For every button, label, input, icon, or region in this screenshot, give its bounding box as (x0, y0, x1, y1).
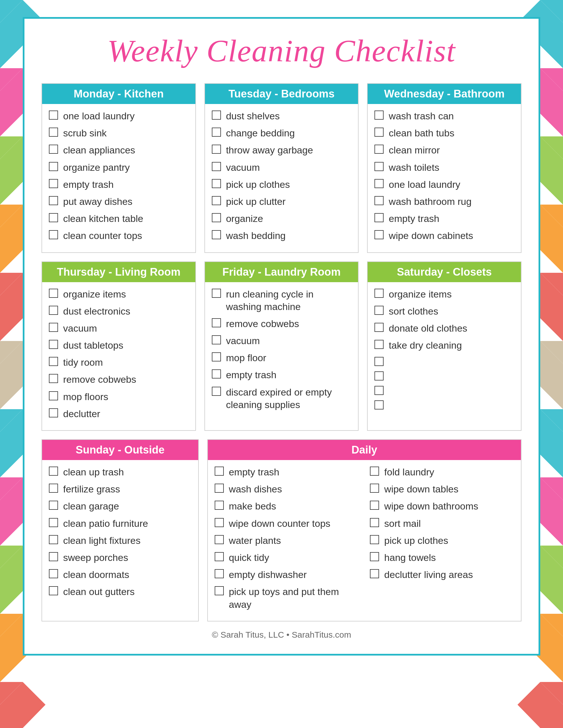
list-item[interactable]: pick up clutter (212, 195, 352, 208)
checkbox[interactable] (375, 179, 384, 188)
checkbox[interactable] (49, 213, 58, 222)
list-item[interactable]: clean doormats (49, 568, 191, 581)
list-item[interactable]: sort clothes (375, 305, 514, 317)
list-item[interactable]: sort mail (370, 517, 514, 530)
list-item[interactable]: donate old clothes (375, 322, 514, 334)
list-item[interactable]: clean bath tubs (375, 127, 514, 139)
list-item[interactable]: clean appliances (49, 144, 188, 156)
checkbox[interactable] (375, 196, 384, 205)
checkbox[interactable] (49, 569, 58, 578)
checkbox[interactable] (375, 162, 384, 171)
list-item[interactable] (375, 356, 514, 366)
list-item[interactable]: scrub sink (49, 127, 188, 139)
list-item[interactable]: empty trash (49, 178, 188, 191)
list-item[interactable]: one load laundry (49, 110, 188, 122)
checkbox[interactable] (49, 196, 58, 205)
list-item[interactable]: vacuum (212, 161, 352, 174)
checkbox[interactable] (49, 323, 58, 332)
checkbox[interactable] (49, 306, 58, 315)
checkbox[interactable] (212, 162, 221, 171)
checkbox[interactable] (375, 230, 384, 239)
checkbox[interactable] (370, 467, 379, 476)
checkbox[interactable] (49, 374, 58, 383)
list-item[interactable]: dust tabletops (49, 339, 188, 351)
list-item[interactable]: wipe down cabinets (375, 229, 514, 242)
checkbox[interactable] (49, 501, 58, 510)
checkbox[interactable] (375, 371, 384, 380)
list-item[interactable]: discard expired or empty cleaning suppli… (212, 386, 352, 411)
list-item[interactable]: throw away garbage (212, 144, 352, 156)
list-item[interactable]: clean patio furniture (49, 517, 191, 530)
checkbox[interactable] (370, 552, 379, 561)
checkbox[interactable] (49, 552, 58, 561)
checkbox[interactable] (375, 323, 384, 332)
checkbox[interactable] (212, 196, 221, 205)
list-item[interactable]: tidy room (49, 356, 188, 369)
checkbox[interactable] (49, 484, 58, 493)
list-item[interactable]: pick up clothes (212, 178, 352, 191)
list-item[interactable]: take dry cleaning (375, 339, 514, 351)
list-item[interactable]: make beds (215, 500, 359, 512)
list-item[interactable]: clean up trash (49, 466, 191, 478)
checkbox[interactable] (212, 387, 221, 396)
list-item[interactable]: wipe down tables (370, 483, 514, 495)
checkbox[interactable] (49, 391, 58, 400)
checkbox[interactable] (49, 128, 58, 137)
checkbox[interactable] (375, 386, 384, 395)
checkbox[interactable] (49, 467, 58, 476)
checkbox[interactable] (212, 335, 221, 344)
checkbox[interactable] (49, 408, 58, 417)
checkbox[interactable] (49, 357, 58, 366)
list-item[interactable]: clean mirror (375, 144, 514, 156)
checkbox[interactable] (375, 111, 384, 120)
checkbox[interactable] (215, 518, 224, 527)
checkbox[interactable] (375, 400, 384, 409)
list-item[interactable]: put away dishes (49, 195, 188, 208)
checkbox[interactable] (212, 213, 221, 222)
checkbox[interactable] (49, 535, 58, 544)
list-item[interactable] (375, 371, 514, 380)
list-item[interactable]: clean out gutters (49, 585, 191, 598)
list-item[interactable]: dust electronics (49, 305, 188, 317)
list-item[interactable]: empty trash (212, 369, 352, 381)
list-item[interactable]: clean counter tops (49, 229, 188, 242)
checkbox[interactable] (49, 162, 58, 171)
list-item[interactable]: dust shelves (212, 110, 352, 122)
checkbox[interactable] (212, 230, 221, 239)
checkbox[interactable] (215, 467, 224, 476)
list-item[interactable]: change bedding (212, 127, 352, 139)
list-item[interactable]: wash trash can (375, 110, 514, 122)
list-item[interactable]: wipe down counter tops (215, 517, 359, 530)
list-item[interactable]: organize pantry (49, 161, 188, 174)
list-item[interactable]: declutter living areas (370, 568, 514, 581)
checkbox[interactable] (375, 306, 384, 315)
checkbox[interactable] (212, 111, 221, 120)
checkbox[interactable] (370, 569, 379, 578)
list-item[interactable]: vacuum (212, 334, 352, 347)
list-item[interactable]: mop floor (212, 351, 352, 364)
list-item[interactable]: clean kitchen table (49, 212, 188, 225)
list-item[interactable]: remove cobwebs (212, 317, 352, 330)
list-item[interactable]: empty trash (375, 212, 514, 225)
checkbox[interactable] (375, 145, 384, 154)
list-item[interactable]: fertilize grass (49, 483, 191, 495)
list-item[interactable]: pick up clothes (370, 534, 514, 547)
list-item[interactable]: organize (212, 212, 352, 225)
checkbox[interactable] (370, 535, 379, 544)
checkbox[interactable] (212, 369, 221, 378)
list-item[interactable]: run cleaning cycle in washing machine (212, 288, 352, 313)
list-item[interactable] (375, 400, 514, 409)
checkbox[interactable] (49, 230, 58, 239)
checkbox[interactable] (215, 586, 224, 595)
checkbox[interactable] (49, 179, 58, 188)
checkbox[interactable] (215, 552, 224, 561)
checkbox[interactable] (212, 179, 221, 188)
list-item[interactable]: empty trash (215, 466, 359, 478)
list-item[interactable]: wash bathroom rug (375, 195, 514, 208)
checkbox[interactable] (212, 128, 221, 137)
list-item[interactable]: one load laundry (375, 178, 514, 191)
list-item[interactable]: water plants (215, 534, 359, 547)
checkbox[interactable] (49, 518, 58, 527)
checkbox[interactable] (370, 484, 379, 493)
list-item[interactable]: wipe down bathrooms (370, 500, 514, 512)
